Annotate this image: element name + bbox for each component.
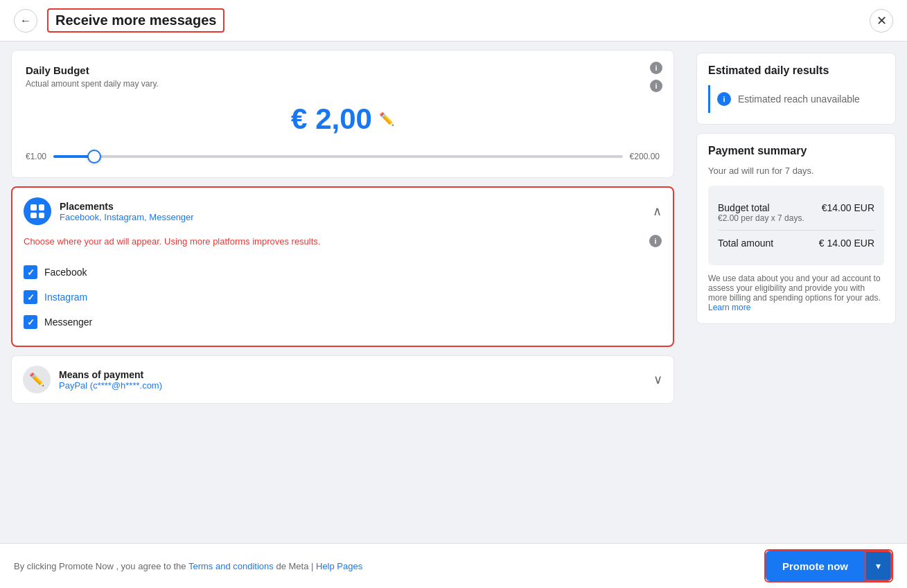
help-link[interactable]: Help Pages (316, 561, 362, 571)
total-amount-row: Total amount € 14.00 EUR (718, 230, 874, 256)
promote-button-wrapper: Promote now ▾ (764, 549, 893, 582)
slider-container[interactable] (53, 150, 623, 163)
info-stack: i i (650, 62, 662, 92)
payment-title: Means of payment (59, 369, 162, 380)
slider-thumb[interactable] (87, 150, 101, 163)
promote-now-button[interactable]: Promote now (766, 551, 865, 581)
placements-title: Placements (60, 201, 194, 212)
placements-text: Placements Facebook, Instagram, Messenge… (60, 201, 194, 222)
promote-dropdown-button[interactable]: ▾ (865, 551, 892, 581)
placement-option-instagram: ✓ Instagram (24, 285, 662, 310)
facebook-checkbox[interactable]: ✓ (24, 265, 37, 279)
header-left: ← Receive more messages (14, 8, 224, 33)
right-panel: Estimated daily results i Estimated reac… (685, 42, 907, 543)
payment-summary-box: Budget total €2.00 per day x 7 days. €14… (708, 186, 884, 265)
terms-link[interactable]: Terms and conditions (188, 561, 274, 571)
daily-budget-card: Daily Budget Actual amount spent daily m… (11, 50, 674, 178)
footer-actions: Promote now ▾ (764, 549, 893, 582)
budget-total-value: €14.00 EUR (822, 202, 874, 213)
back-button[interactable]: ← (14, 9, 37, 33)
pencil-icon: ✏️ (29, 372, 44, 387)
footer-prefix: By clicking Promote Now , you agree to t… (14, 561, 186, 571)
slider-min-label: €1.00 (26, 152, 46, 161)
daily-budget-subtitle: Actual amount spent daily may vary. (26, 79, 660, 89)
payment-note: We use data about you and your ad accoun… (708, 274, 884, 312)
reach-info-icon: i (717, 92, 731, 106)
placements-header: Placements Facebook, Instagram, Messenge… (12, 188, 673, 235)
close-button[interactable]: ✕ (870, 9, 893, 33)
reach-text: Estimated reach unavailable (738, 93, 860, 105)
budget-amount: € 2,00 (291, 103, 372, 136)
placement-option-messenger: ✓ Messenger (24, 310, 662, 335)
placement-options: ✓ Facebook ✓ Instagram ✓ Messenger (12, 254, 673, 346)
info-icon-2[interactable]: i (650, 80, 662, 92)
messenger-check-icon: ✓ (27, 317, 35, 328)
slider-track (53, 155, 623, 158)
header: ← Receive more messages ✕ (0, 0, 907, 42)
instagram-check-icon: ✓ (27, 292, 35, 303)
close-icon: ✕ (877, 13, 887, 28)
budget-total-sublabel: €2.00 per day x 7 days. (718, 213, 804, 223)
budget-total-label: Budget total (718, 202, 804, 213)
placement-option-facebook: ✓ Facebook (24, 260, 662, 285)
grid-cell-2 (39, 204, 45, 211)
facebook-check-icon: ✓ (27, 267, 35, 278)
placements-collapse-icon[interactable]: ∧ (653, 204, 662, 219)
edit-budget-icon[interactable]: ✏️ (379, 112, 394, 127)
main-content: Daily Budget Actual amount spent daily m… (0, 42, 907, 543)
payment-icon: ✏️ (23, 366, 51, 393)
back-icon: ← (20, 15, 31, 27)
grid-cell-4 (39, 213, 45, 219)
left-panel: Daily Budget Actual amount spent daily m… (0, 42, 685, 543)
payment-header: ✏️ Means of payment PayPal (c****@h****.… (12, 356, 673, 403)
footer-middle: de Meta | (276, 561, 316, 571)
payment-summary-subtitle: Your ad will run for 7 days. (708, 166, 884, 176)
payment-header-left: ✏️ Means of payment PayPal (c****@h****.… (23, 366, 162, 393)
budget-total-labels: Budget total €2.00 per day x 7 days. (718, 202, 804, 223)
placements-info-row: Choose where your ad will appear. Using … (12, 235, 673, 254)
budget-display: € 2,00 ✏️ (26, 103, 660, 136)
footer-text: By clicking Promote Now , you agree to t… (14, 561, 362, 571)
placements-icon (24, 197, 51, 225)
messenger-checkbox[interactable]: ✓ (24, 315, 37, 329)
slider-max-label: €200.00 (630, 152, 660, 161)
payment-text: Means of payment PayPal (c****@h****.com… (59, 369, 162, 391)
slider-row: €1.00 €200.00 (26, 150, 660, 163)
learn-more-link[interactable]: Learn more (708, 303, 750, 312)
facebook-label: Facebook (44, 267, 87, 278)
placements-card: Placements Facebook, Instagram, Messenge… (11, 186, 674, 347)
payment-summary-card: Payment summary Your ad will run for 7 d… (696, 133, 896, 324)
placements-info-icon[interactable]: i (649, 235, 662, 247)
page-title: Receive more messages (47, 8, 224, 33)
placements-info-text: Choose where your ad will appear. Using … (24, 236, 320, 247)
messenger-label: Messenger (44, 317, 92, 328)
budget-total-row: Budget total €2.00 per day x 7 days. €14… (718, 195, 874, 230)
payment-note-text: We use data about you and your ad accoun… (708, 274, 881, 303)
payment-expand-icon[interactable]: ∨ (653, 372, 662, 387)
placements-header-left: Placements Facebook, Instagram, Messenge… (24, 197, 194, 225)
info-icon-1[interactable]: i (650, 62, 662, 74)
payment-summary-title: Payment summary (708, 145, 884, 157)
footer: By clicking Promote Now , you agree to t… (0, 543, 907, 588)
total-amount-label: Total amount (718, 238, 773, 249)
total-amount-value: € 14.00 EUR (819, 238, 874, 249)
estimated-reach-row: i Estimated reach unavailable (708, 85, 884, 113)
placements-subtitle: Facebook, Instagram, Messenger (60, 212, 194, 222)
grid-cell-3 (30, 213, 37, 219)
instagram-checkbox[interactable]: ✓ (24, 290, 37, 304)
estimated-results-title: Estimated daily results (708, 64, 884, 77)
daily-budget-title: Daily Budget (26, 64, 660, 76)
payment-card: ✏️ Means of payment PayPal (c****@h****.… (11, 355, 674, 404)
instagram-label: Instagram (44, 292, 87, 303)
estimated-results-card: Estimated daily results i Estimated reac… (696, 53, 896, 125)
payment-subtitle: PayPal (c****@h****.com) (59, 380, 162, 391)
placements-icon-grid (30, 204, 44, 218)
grid-cell-1 (30, 204, 37, 211)
